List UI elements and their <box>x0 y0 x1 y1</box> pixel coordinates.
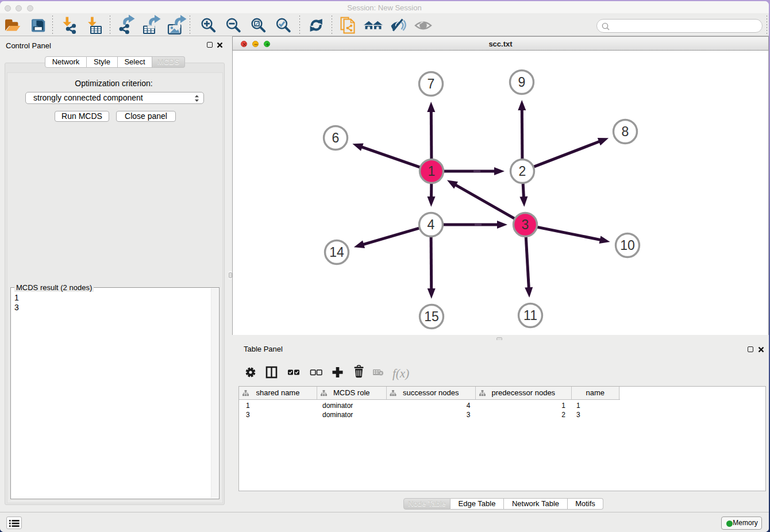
svg-text:2: 2 <box>519 164 526 179</box>
svg-text:11: 11 <box>523 308 537 323</box>
svg-text:14: 14 <box>329 245 344 260</box>
svg-text:4: 4 <box>428 217 435 232</box>
svg-text:8: 8 <box>622 124 629 139</box>
svg-text:3: 3 <box>522 217 529 232</box>
svg-text:7: 7 <box>428 76 435 91</box>
svg-text:10: 10 <box>620 238 635 253</box>
svg-text:15: 15 <box>424 309 439 324</box>
svg-text:9: 9 <box>518 75 526 90</box>
svg-text:6: 6 <box>332 130 340 145</box>
svg-text:1: 1 <box>428 164 436 179</box>
